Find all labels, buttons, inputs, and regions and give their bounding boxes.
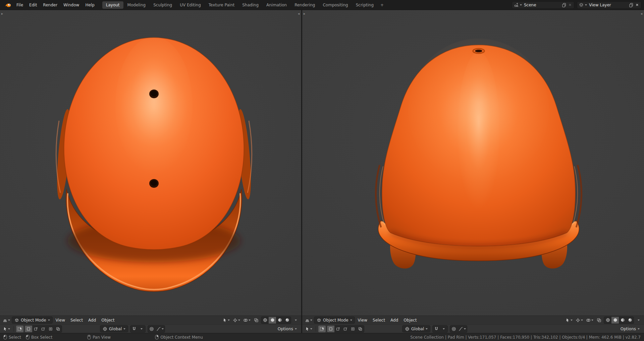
shading-solid-button[interactable] <box>269 317 276 324</box>
tab-uv-editing[interactable]: UV Editing <box>176 1 205 9</box>
toolbar-toggle-arrow[interactable]: ▸ <box>304 12 305 15</box>
menu-view[interactable]: View <box>53 318 67 323</box>
select-mode-set-button[interactable] <box>327 326 334 332</box>
shading-wireframe-button[interactable] <box>604 317 611 324</box>
cursor-icon <box>223 318 227 322</box>
shading-dropdown[interactable] <box>635 317 642 324</box>
shading-dropdown[interactable] <box>292 317 300 324</box>
tab-modeling[interactable]: Modeling <box>124 1 150 9</box>
object-visibility-dropdown[interactable] <box>565 317 574 324</box>
proportional-editing-toggle[interactable] <box>450 326 458 332</box>
menu-add[interactable]: Add <box>86 318 98 323</box>
editor-type-button[interactable] <box>304 317 313 324</box>
viewport-3d-canvas-left[interactable]: ▸ ◂ <box>0 10 301 316</box>
active-tool-button[interactable] <box>16 326 23 332</box>
editor-type-button[interactable] <box>2 317 11 324</box>
tab-layout[interactable]: Layout <box>102 1 123 9</box>
options-dropdown[interactable]: Options <box>618 325 642 332</box>
blender-app-menu-button[interactable] <box>3 2 13 8</box>
proportional-falloff-dropdown[interactable] <box>155 326 165 332</box>
options-dropdown[interactable]: Options <box>275 325 299 332</box>
select-subtract-icon <box>41 327 45 331</box>
menu-select[interactable]: Select <box>68 318 85 323</box>
separator <box>316 326 316 332</box>
scene-name[interactable]: Scene <box>523 3 560 7</box>
select-mode-extend-button[interactable] <box>334 326 342 332</box>
gizmo-dropdown[interactable] <box>575 317 584 324</box>
menu-render[interactable]: Render <box>40 1 60 9</box>
menu-object[interactable]: Object <box>401 318 419 323</box>
active-tool-button[interactable] <box>318 326 326 332</box>
shading-rendered-button[interactable] <box>283 317 291 324</box>
tab-compositing[interactable]: Compositing <box>319 1 352 9</box>
orientation-dropdown[interactable]: Global <box>100 325 128 332</box>
menu-help[interactable]: Help <box>82 1 97 9</box>
statusbar: Select Box Select Pan View Object Contex… <box>0 333 644 341</box>
scene-selector[interactable]: Scene <box>512 1 574 9</box>
select-mode-invert-button[interactable] <box>349 326 357 332</box>
tool-dropdown[interactable] <box>2 326 11 332</box>
select-mode-intersect-button[interactable] <box>357 326 364 332</box>
menu-add[interactable]: Add <box>388 318 400 323</box>
unlink-scene-icon[interactable] <box>568 3 572 7</box>
proportional-circle-icon <box>451 327 456 331</box>
overlays-dropdown[interactable] <box>585 317 594 324</box>
overlays-dropdown[interactable] <box>242 317 252 324</box>
chevron-down-icon <box>295 320 297 321</box>
sidebar-toggle-arrow[interactable]: ◂ <box>641 12 642 15</box>
shading-material-button[interactable] <box>276 317 283 324</box>
menu-file[interactable]: File <box>13 1 26 9</box>
shading-solid-button[interactable] <box>611 317 619 324</box>
viewport-3d-canvas-right[interactable]: ▸ ◂ <box>302 10 644 316</box>
shading-wireframe-button[interactable] <box>261 317 269 324</box>
snap-settings-dropdown[interactable] <box>138 326 145 332</box>
select-mode-set-button[interactable] <box>25 326 32 332</box>
view-layer-name[interactable]: View Layer <box>588 3 628 7</box>
view-layer-selector[interactable]: View Layer <box>577 1 641 9</box>
menu-object[interactable]: Object <box>99 318 117 323</box>
tool-dropdown[interactable] <box>304 326 313 332</box>
viewport-left: ▸ ◂ <box>0 10 301 333</box>
remove-view-layer-icon[interactable] <box>635 3 639 7</box>
gizmo-dropdown[interactable] <box>232 317 241 324</box>
add-view-layer-icon[interactable] <box>629 3 634 7</box>
snap-magnet-icon <box>434 327 439 331</box>
object-visibility-dropdown[interactable] <box>222 317 231 324</box>
menu-window[interactable]: Window <box>60 1 82 9</box>
snap-toggle[interactable] <box>130 326 138 332</box>
menu-select[interactable]: Select <box>370 318 387 323</box>
select-intersect-icon <box>358 327 362 331</box>
tab-rendering[interactable]: Rendering <box>291 1 319 9</box>
select-mode-extend-button[interactable] <box>32 326 40 332</box>
mode-dropdown[interactable]: Object Mode <box>12 317 53 324</box>
duplicate-scene-icon[interactable] <box>562 3 567 7</box>
menu-edit[interactable]: Edit <box>26 1 40 9</box>
menu-view[interactable]: View <box>356 318 370 323</box>
proportional-falloff-dropdown[interactable] <box>458 326 467 332</box>
tab-animation[interactable]: Animation <box>263 1 290 9</box>
chevron-down-icon <box>581 320 583 321</box>
select-mode-subtract-button[interactable] <box>40 326 47 332</box>
tab-scripting[interactable]: Scripting <box>352 1 377 9</box>
chevron-down-icon <box>48 320 50 321</box>
tab-sculpting[interactable]: Sculpting <box>150 1 176 9</box>
toolbar-toggle-arrow[interactable]: ▸ <box>1 12 3 15</box>
snap-settings-dropdown[interactable] <box>440 326 447 332</box>
xray-toggle[interactable] <box>253 317 260 324</box>
add-workspace-button[interactable]: + <box>378 1 386 9</box>
select-mode-invert-button[interactable] <box>47 326 54 332</box>
shading-material-button[interactable] <box>619 317 626 324</box>
proportional-editing-toggle[interactable] <box>148 326 155 332</box>
mode-dropdown[interactable]: Object Mode <box>314 317 355 324</box>
xray-toggle[interactable] <box>595 317 603 324</box>
options-label: Options <box>278 327 293 331</box>
snap-toggle[interactable] <box>433 326 440 332</box>
tab-texture-paint[interactable]: Texture Paint <box>205 1 238 9</box>
select-mode-intersect-button[interactable] <box>54 326 62 332</box>
chevron-down-icon <box>228 320 230 321</box>
tab-shading[interactable]: Shading <box>238 1 262 9</box>
shading-rendered-button[interactable] <box>626 317 634 324</box>
sidebar-toggle-arrow[interactable]: ◂ <box>298 12 300 15</box>
select-mode-subtract-button[interactable] <box>342 326 349 332</box>
orientation-dropdown[interactable]: Global <box>402 325 430 332</box>
